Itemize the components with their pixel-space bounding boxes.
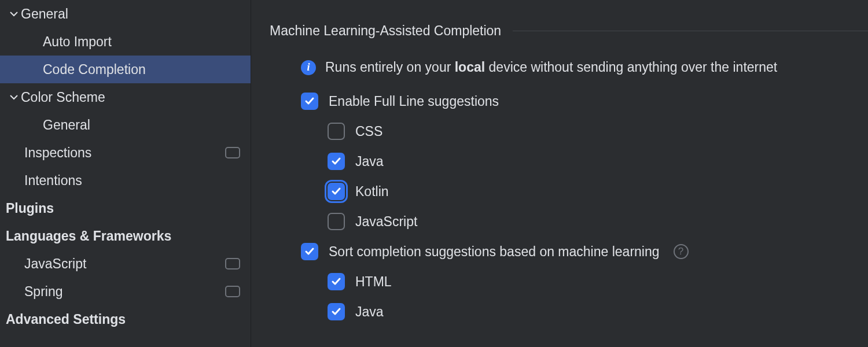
sidebar-item-label: General	[21, 6, 251, 22]
sort-completion-row: Sort completion suggestions based on mac…	[270, 243, 868, 260]
lang-java-checkbox[interactable]	[328, 153, 345, 170]
info-text: Runs entirely on your local device witho…	[325, 60, 777, 75]
sort-completion-checkbox[interactable]	[301, 243, 318, 260]
lang-kotlin-checkbox[interactable]	[328, 183, 345, 200]
sidebar-item-label: Plugins	[6, 201, 251, 216]
chevron-down-icon	[7, 93, 21, 102]
sort-java-row: Java	[270, 303, 868, 320]
sidebar-item-code-completion[interactable]: Code Completion	[0, 56, 251, 83]
sidebar-item-general[interactable]: General	[0, 0, 251, 28]
sort-java-checkbox[interactable]	[328, 303, 345, 320]
lang-css-label: CSS	[355, 124, 382, 139]
section-divider	[513, 31, 868, 31]
sidebar-item-label: Inspections	[24, 145, 225, 161]
scope-icon	[225, 147, 240, 158]
lang-css-checkbox[interactable]	[328, 123, 345, 140]
sidebar-item-label: Advanced Settings	[6, 312, 251, 327]
settings-sidebar: General Auto Import Code Completion Colo…	[0, 0, 251, 347]
sidebar-item-spring[interactable]: Spring	[0, 278, 251, 305]
enable-full-line-checkbox[interactable]	[301, 93, 318, 110]
section-title: Machine Learning-Assisted Completion	[270, 23, 501, 39]
sidebar-item-label: Intentions	[24, 173, 251, 189]
sort-html-checkbox[interactable]	[328, 273, 345, 290]
sidebar-item-color-general[interactable]: General	[0, 111, 251, 139]
settings-content: Machine Learning-Assisted Completion i R…	[251, 0, 868, 347]
lang-java-row: Java	[270, 153, 868, 170]
sidebar-item-javascript[interactable]: JavaScript	[0, 250, 251, 278]
sidebar-item-label: General	[43, 117, 251, 133]
enable-full-line-row: Enable Full Line suggestions	[270, 93, 868, 110]
sidebar-item-inspections[interactable]: Inspections	[0, 139, 251, 167]
sidebar-item-label: Spring	[24, 284, 225, 300]
sort-completion-label: Sort completion suggestions based on mac…	[329, 244, 660, 260]
sidebar-item-label: JavaScript	[24, 256, 225, 272]
sidebar-item-languages-frameworks[interactable]: Languages & Frameworks	[0, 222, 251, 250]
chevron-down-icon	[7, 9, 21, 19]
sidebar-item-color-scheme[interactable]: Color Scheme	[0, 83, 251, 111]
sidebar-item-label: Color Scheme	[21, 90, 251, 105]
scope-icon	[225, 258, 240, 270]
lang-javascript-row: JavaScript	[270, 213, 868, 230]
sidebar-item-label: Languages & Frameworks	[6, 228, 251, 244]
sidebar-item-label: Code Completion	[43, 62, 251, 77]
scope-icon	[225, 286, 240, 297]
help-icon[interactable]: ?	[674, 244, 689, 259]
sidebar-item-advanced-settings[interactable]: Advanced Settings	[0, 305, 251, 333]
lang-kotlin-label: Kotlin	[355, 184, 389, 200]
enable-full-line-label: Enable Full Line suggestions	[329, 94, 499, 109]
lang-java-label: Java	[355, 154, 384, 169]
sidebar-item-label: Auto Import	[43, 34, 251, 50]
sort-html-label: HTML	[355, 274, 392, 290]
info-suffix: device without sending anything over the…	[485, 60, 777, 75]
lang-javascript-label: JavaScript	[355, 214, 417, 230]
section-header: Machine Learning-Assisted Completion	[270, 23, 868, 39]
info-banner: i Runs entirely on your local device wit…	[270, 60, 868, 75]
lang-css-row: CSS	[270, 123, 868, 140]
info-bold: local	[455, 60, 485, 75]
sort-html-row: HTML	[270, 273, 868, 290]
info-prefix: Runs entirely on your	[325, 60, 455, 75]
sidebar-item-plugins[interactable]: Plugins	[0, 194, 251, 222]
lang-javascript-checkbox[interactable]	[328, 213, 345, 230]
sort-java-label: Java	[355, 304, 384, 320]
lang-kotlin-row: Kotlin	[270, 183, 868, 200]
sidebar-item-intentions[interactable]: Intentions	[0, 167, 251, 194]
info-icon: i	[301, 60, 316, 75]
sidebar-item-auto-import[interactable]: Auto Import	[0, 28, 251, 56]
